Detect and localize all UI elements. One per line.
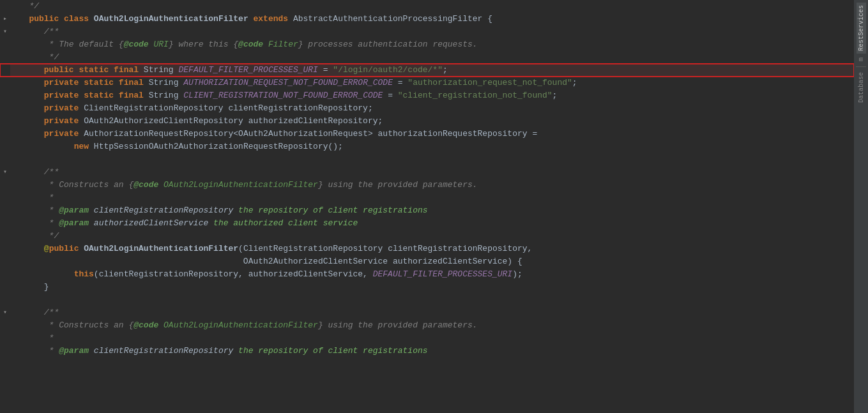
code-content: @public OAuth2LoginAuthenticationFilter(… (10, 243, 854, 255)
gutter-icon (0, 51, 10, 64)
code-content: new HttpSessionOAuth2AuthorizationReques… (10, 140, 854, 153)
code-content: * Constructs an {@code OAuth2LoginAuthen… (10, 179, 854, 191)
gutter-icon (0, 243, 10, 255)
code-content: } (10, 281, 854, 294)
code-line: private ClientRegistrationRepository cli… (0, 102, 854, 115)
code-content: /** (10, 166, 854, 179)
code-content: /** (10, 306, 854, 319)
gutter-icon (0, 204, 10, 217)
gutter-icon (0, 294, 10, 306)
gutter-icon (0, 345, 10, 357)
code-line: * Constructs an {@code OAuth2LoginAuthen… (0, 179, 854, 191)
code-content: public class OAuth2LoginAuthenticationFi… (10, 13, 854, 26)
code-line: */ (0, 51, 854, 64)
gutter-icon (0, 115, 10, 128)
code-line: ▾ /** (0, 166, 854, 179)
restservices-tab[interactable]: RestServices (857, 3, 866, 54)
gutter-icon (0, 77, 10, 89)
code-content: */ (10, 230, 854, 243)
gutter-icon (0, 140, 10, 153)
code-line: } (0, 281, 854, 294)
sidebar-divider (856, 66, 866, 67)
code-line: this(clientRegistrationRepository, autho… (0, 268, 854, 281)
gutter-icon[interactable]: ▾ (0, 306, 10, 319)
code-content: private static final String AUTHORIZATIO… (10, 77, 854, 89)
gutter-icon (0, 179, 10, 191)
code-line (0, 153, 854, 166)
gutter-icon (0, 128, 10, 140)
code-line: OAuth2AuthorizedClientService authorized… (0, 255, 854, 268)
code-line: */ (0, 0, 854, 13)
code-line: private OAuth2AuthorizedClientRepository… (0, 115, 854, 128)
gutter-icon (0, 255, 10, 268)
gutter-icon (0, 0, 10, 13)
code-content: */ (10, 0, 854, 13)
code-line: new HttpSessionOAuth2AuthorizationReques… (0, 140, 854, 153)
gutter-icon (0, 230, 10, 243)
code-content: private ClientRegistrationRepository cli… (10, 102, 854, 115)
code-content (10, 153, 854, 166)
gutter-icon[interactable]: ▾ (0, 26, 10, 38)
code-content: * @param authorizedClientService the aut… (10, 217, 854, 230)
code-line: ▸ public class OAuth2LoginAuthentication… (0, 13, 854, 26)
gutter-icon (0, 102, 10, 115)
gutter-icon (0, 38, 10, 51)
code-content: private static final String CLIENT_REGIS… (10, 89, 854, 102)
gutter-icon (0, 217, 10, 230)
gutter-icon (0, 319, 10, 332)
maven-tab[interactable]: m (857, 55, 866, 64)
code-line (0, 294, 854, 306)
code-line: */ (0, 230, 854, 243)
code-content: * The default {@code URI} where this {@c… (10, 38, 854, 51)
code-line: private AuthorizationRequestRepository<O… (0, 128, 854, 140)
code-content (10, 294, 854, 306)
code-line: private static final String AUTHORIZATIO… (0, 77, 854, 89)
code-content: * (10, 191, 854, 204)
code-line: private static final String CLIENT_REGIS… (0, 89, 854, 102)
code-content: /** (10, 26, 854, 38)
right-sidebar: RestServices m Database (854, 0, 868, 413)
gutter-icon[interactable]: ▾ (0, 166, 10, 179)
code-line: * (0, 332, 854, 345)
code-content: */ (10, 51, 854, 64)
gutter-icon (0, 64, 10, 77)
code-line: * Constructs an {@code OAuth2LoginAuthen… (0, 319, 854, 332)
code-content: this(clientRegistrationRepository, autho… (10, 268, 854, 281)
code-line: ▾ /** (0, 306, 854, 319)
code-content: OAuth2AuthorizedClientService authorized… (10, 255, 854, 268)
database-tab[interactable]: Database (857, 70, 866, 105)
code-line: * @param authorizedClientService the aut… (0, 217, 854, 230)
code-line: * @param clientRegistrationRepository th… (0, 345, 854, 357)
gutter-icon (0, 332, 10, 345)
code-content: public static final String DEFAULT_FILTE… (10, 64, 854, 77)
code-line: * @param clientRegistrationRepository th… (0, 204, 854, 217)
code-line: * The default {@code URI} where this {@c… (0, 38, 854, 51)
gutter-icon (0, 89, 10, 102)
code-content: private OAuth2AuthorizedClientRepository… (10, 115, 854, 128)
code-line: public static final String DEFAULT_FILTE… (0, 64, 854, 77)
gutter-icon (0, 153, 10, 166)
code-content: * @param clientRegistrationRepository th… (10, 345, 854, 357)
code-content: * @param clientRegistrationRepository th… (10, 204, 854, 217)
gutter-icon[interactable]: ▸ (0, 13, 10, 26)
code-line: * (0, 191, 854, 204)
code-line: ▾ /** (0, 26, 854, 38)
gutter-icon (0, 268, 10, 281)
gutter-icon (0, 191, 10, 204)
code-content: * Constructs an {@code OAuth2LoginAuthen… (10, 319, 854, 332)
code-line: @public OAuth2LoginAuthenticationFilter(… (0, 243, 854, 255)
gutter-icon (0, 281, 10, 294)
code-content: private AuthorizationRequestRepository<O… (10, 128, 854, 140)
code-content: * (10, 332, 854, 345)
code-editor: */▸ public class OAuth2LoginAuthenticati… (0, 0, 854, 413)
